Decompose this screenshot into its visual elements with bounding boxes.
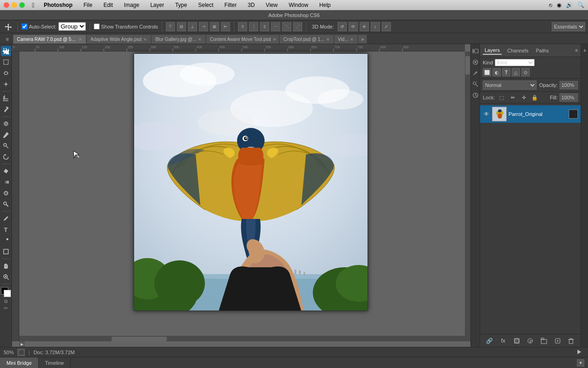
background-color-swatch[interactable] <box>4 290 11 297</box>
zoom-info-btn[interactable]: ⬛ <box>17 349 25 356</box>
filter-pixel-btn[interactable]: ⬜ <box>483 68 491 76</box>
tab-list-btn[interactable]: ≡ <box>2 34 13 44</box>
3d-slide-btn[interactable]: ↕ <box>371 22 380 31</box>
adjustment-panel-btn[interactable] <box>471 47 480 55</box>
tab-3-close[interactable]: ✕ <box>273 37 277 42</box>
vertical-scrollbar-thumb[interactable] <box>465 56 470 75</box>
3d-pan-btn[interactable]: ✛ <box>360 22 369 31</box>
layer-visibility-toggle[interactable]: 👁 <box>483 110 490 118</box>
move-tool-btn[interactable] <box>1 46 11 56</box>
menu-edit[interactable]: Edit <box>102 2 115 8</box>
type-tool-btn[interactable]: T <box>1 224 11 235</box>
tab-5[interactable]: Vid... ✕ <box>334 34 358 44</box>
menubar-search-icon[interactable]: 🔍 <box>577 2 584 8</box>
styles-panel-btn[interactable] <box>471 58 480 66</box>
healing-brush-btn[interactable] <box>1 119 11 129</box>
filter-type-select[interactable]: Kind Name Effect Mode Attribute Color Sm… <box>495 59 535 66</box>
menu-help[interactable]: Help <box>317 2 333 8</box>
screen-mode-btn[interactable]: ▭ <box>4 305 8 310</box>
tab-5-close[interactable]: ✕ <box>350 37 354 42</box>
tab-1-close[interactable]: ✕ <box>143 37 147 42</box>
hand-tool-btn[interactable] <box>1 261 11 271</box>
tab-0[interactable]: Camera RAW 7.0.psd @ 50% (Parrot_Origina… <box>13 34 86 44</box>
dodge-btn[interactable] <box>1 199 11 209</box>
distrib-right-btn[interactable]: ⋰ <box>293 22 302 31</box>
new-fill-adjustment-btn[interactable] <box>526 336 535 345</box>
maximize-button[interactable] <box>19 2 25 8</box>
canvas-area[interactable]: 0501001502002503003504004505005506006507… <box>12 44 470 347</box>
filter-shape-btn[interactable]: △ <box>512 68 520 76</box>
tab-0-close[interactable]: ✕ <box>79 37 82 42</box>
layers-tab[interactable]: Layers <box>483 46 502 55</box>
lock-transparent-btn[interactable]: ⬚ <box>498 93 506 102</box>
menu-layer[interactable]: Layer <box>148 2 166 8</box>
tab-4-close[interactable]: ✕ <box>326 37 330 42</box>
lasso-tool-btn[interactable] <box>1 68 11 78</box>
tab-1[interactable]: Adaptive Wide Angle.psd ✕ <box>86 34 151 44</box>
tabs-overflow-btn[interactable]: » <box>358 34 367 44</box>
paths-tab[interactable]: Paths <box>534 47 551 54</box>
distrib-left-btn[interactable]: ⋯ <box>271 22 280 31</box>
align-vcenter-btn[interactable]: ⊟ <box>177 22 186 31</box>
collapse-panel-btn[interactable]: ◀ <box>582 49 587 52</box>
crop-tool-btn[interactable] <box>1 93 11 104</box>
distrib-vcenter-btn[interactable]: ⋮ <box>249 22 258 31</box>
magic-wand-btn[interactable] <box>1 79 11 89</box>
channels-tab[interactable]: Channels <box>505 47 530 54</box>
show-transform-checkbox[interactable] <box>94 23 100 29</box>
add-mask-btn[interactable] <box>512 336 521 345</box>
tab-3[interactable]: Content Aware Move Tool.psd ✕ <box>206 34 279 44</box>
panel-resize-handle[interactable]: ◀ <box>581 44 588 347</box>
playback-btn[interactable] <box>576 349 582 356</box>
eraser-btn[interactable] <box>1 166 11 176</box>
menu-window[interactable]: Window <box>287 2 310 8</box>
color-swatches[interactable] <box>1 287 11 297</box>
blur-btn[interactable] <box>1 188 11 198</box>
distrib-hcenter-btn[interactable]: ⋱ <box>282 22 291 31</box>
history-brush-btn[interactable] <box>1 152 11 162</box>
horizontal-scrollbar[interactable] <box>19 336 465 341</box>
lock-image-btn[interactable]: ✏ <box>509 93 517 102</box>
tab-2-close[interactable]: ✕ <box>198 37 202 42</box>
path-selection-btn[interactable] <box>1 236 11 246</box>
new-group-btn[interactable] <box>539 336 548 345</box>
clone-source-btn[interactable] <box>471 80 480 88</box>
menu-type[interactable]: Type <box>173 2 189 8</box>
menu-file[interactable]: File <box>82 2 94 8</box>
shape-tool-btn[interactable] <box>1 247 11 257</box>
horizontal-scrollbar-thumb[interactable] <box>112 337 167 341</box>
lock-position-btn[interactable]: ✛ <box>520 93 528 102</box>
timeline-tab[interactable]: Timeline <box>39 357 71 368</box>
new-layer-btn[interactable] <box>553 336 562 345</box>
align-right-btn[interactable]: ⊢ <box>221 22 230 31</box>
bottom-panel-collapse-btn[interactable]: ▼ <box>577 359 584 367</box>
workspace-selector[interactable]: Essentials Design Motion <box>552 22 585 31</box>
tab-4[interactable]: CropTool.psd @ 1... ✕ <box>279 34 334 44</box>
panel-collapse-btn[interactable]: ≡ <box>575 48 578 53</box>
lock-all-btn[interactable]: 🔒 <box>531 93 539 102</box>
clone-stamp-btn[interactable] <box>1 141 11 151</box>
menu-photoshop[interactable]: Photoshop <box>42 2 74 8</box>
rectangular-marquee-btn[interactable] <box>1 57 11 67</box>
align-hcenter-btn[interactable]: ⊞ <box>210 22 219 31</box>
filter-type-btn[interactable]: T <box>502 68 510 76</box>
blend-mode-select[interactable]: Normal Dissolve Multiply Screen Overlay <box>483 80 537 90</box>
play-btn[interactable]: ▶ <box>19 341 25 347</box>
align-left-btn[interactable]: ⊣ <box>199 22 208 31</box>
layer-parrot-original[interactable]: 👁 Parrot_Original <box>480 105 581 123</box>
3d-roll-btn[interactable]: ⟳ <box>349 22 358 31</box>
align-top-btn[interactable]: ⊤ <box>166 22 175 31</box>
filter-smart-btn[interactable]: ⊙ <box>521 68 530 76</box>
pen-tool-btn[interactable] <box>1 213 11 224</box>
fill-input[interactable] <box>560 93 578 102</box>
mini-bridge-tab[interactable]: Mini Bridge <box>0 357 39 368</box>
minimize-button[interactable] <box>11 2 17 8</box>
menu-view[interactable]: View <box>264 2 280 8</box>
zoom-tool-btn[interactable] <box>1 272 11 282</box>
eyedropper-btn[interactable] <box>1 104 11 115</box>
brush-tool-btn[interactable] <box>1 130 11 140</box>
link-layers-btn[interactable]: 🔗 <box>485 336 494 345</box>
opacity-input[interactable] <box>560 81 578 89</box>
quick-mask-btn[interactable]: ⊡ <box>4 299 8 304</box>
history-panel-btn[interactable] <box>471 91 480 99</box>
